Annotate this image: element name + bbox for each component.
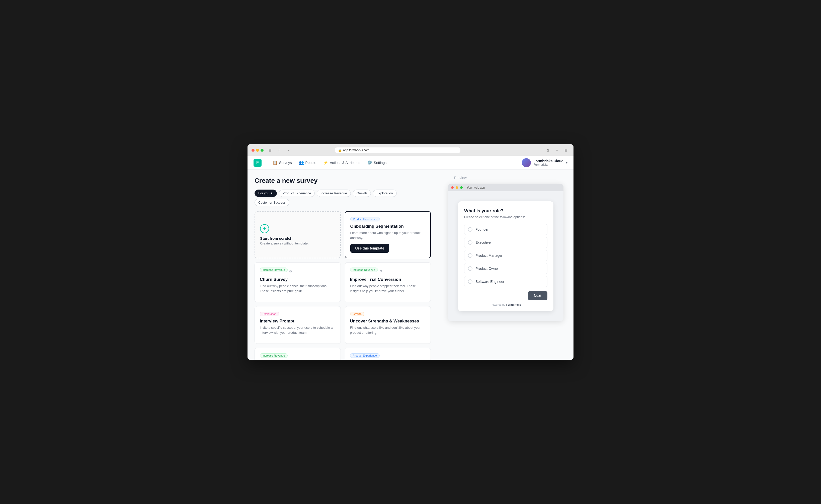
option-product-manager[interactable]: Product Manager	[464, 250, 547, 261]
actions-icon: ⚡	[323, 160, 328, 165]
surveys-icon: 📋	[273, 160, 278, 165]
browser-window: ⊞ ‹ › 🔒 app.formbricks.com ⎙ + ⊟ F 📋 Sur…	[248, 144, 573, 360]
radio-founder	[468, 227, 472, 232]
preview-label: Preview	[454, 176, 467, 180]
trial-desc: Find out why people stopped their trial.…	[350, 284, 426, 293]
browser-chrome: ⊞ ‹ › 🔒 app.formbricks.com ⎙ + ⊟	[248, 144, 573, 156]
back-button[interactable]: ‹	[276, 147, 283, 154]
settings-icon: ⚙️	[367, 160, 372, 165]
powered-by-text: Powered by	[490, 303, 506, 306]
churn-title: Churn Survey	[260, 277, 336, 282]
extensions-button[interactable]: ⊟	[562, 147, 569, 154]
traffic-lights	[252, 149, 264, 152]
lock-icon: 🔒	[338, 149, 342, 152]
trial-card[interactable]: Increase Revenue ⚙ Improve Trial Convers…	[345, 262, 431, 302]
user-info: Formbricks Cloud Formbricks	[533, 159, 563, 166]
trial-filter-icon: ⚙	[379, 269, 382, 273]
filter-tab-product-experience[interactable]: Product Experience	[279, 190, 315, 197]
logo-letter: F	[256, 160, 259, 165]
preview-app-name: Your web app	[467, 186, 485, 189]
next-button[interactable]: Next	[528, 291, 547, 300]
option-label-product-manager: Product Manager	[475, 254, 502, 258]
powered-by-brand: Formbricks	[506, 303, 521, 306]
sidebar-toggle-button[interactable]: ⊞	[267, 147, 274, 154]
people-icon: 👥	[299, 160, 304, 165]
strengths-tag: Growth	[350, 312, 364, 316]
filter-tab-customer-success[interactable]: Customer Success	[255, 199, 289, 206]
trial-tag-row: Increase Revenue ⚙	[350, 268, 426, 275]
address-bar[interactable]: 🔒 app.formbricks.com	[335, 147, 460, 153]
preview-traffic-yellow	[456, 186, 458, 189]
start-from-scratch-card[interactable]: + Start from scratch Create a survey wit…	[255, 211, 341, 258]
app-navbar: F 📋 Surveys 👥 People ⚡ Actions & Attribu…	[248, 156, 573, 170]
use-template-button[interactable]: Use this template	[350, 244, 389, 253]
preview-titlebar: Your web app	[448, 184, 563, 191]
filter-tab-increase-revenue[interactable]: Increase Revenue	[317, 190, 351, 197]
nav-items: 📋 Surveys 👥 People ⚡ Actions & Attribute…	[270, 159, 389, 166]
preview-traffic-red	[451, 186, 454, 189]
goals-tag: Product Experience	[350, 353, 380, 358]
new-tab-button[interactable]: +	[553, 147, 560, 154]
preview-browser: Your web app What is your role? Please s…	[448, 184, 563, 321]
nav-right: Formbricks Cloud Formbricks ▾	[522, 158, 567, 167]
browser-actions: ⎙ + ⊟	[544, 147, 569, 154]
churn-card[interactable]: Increase Revenue ⚙ Churn Survey Find out…	[255, 262, 341, 302]
widget-subtitle: Please select one of the following optio…	[464, 215, 547, 219]
onboarding-desc: Learn more about who signed up to your p…	[350, 230, 426, 240]
radio-product-manager	[468, 253, 472, 258]
radio-product-owner	[468, 266, 472, 271]
scratch-title: Start from scratch	[260, 236, 292, 240]
trial-tag: Increase Revenue	[350, 268, 378, 272]
nav-actions[interactable]: ⚡ Actions & Attributes	[320, 159, 363, 166]
survey-grid: + Start from scratch Create a survey wit…	[255, 211, 431, 360]
filter-tab-growth[interactable]: Growth	[353, 190, 371, 197]
nav-surveys[interactable]: 📋 Surveys	[270, 159, 295, 166]
traffic-light-yellow[interactable]	[256, 149, 259, 152]
interview-card[interactable]: Exploration Interview Prompt Invite a sp…	[255, 306, 341, 344]
option-founder[interactable]: Founder	[464, 224, 547, 235]
settings-label: Settings	[374, 161, 387, 165]
user-org: Formbricks	[533, 163, 563, 166]
filter-icon: ⚙	[289, 269, 292, 273]
right-panel: Preview Your web app What is your role? …	[438, 170, 573, 360]
widget-footer: Next	[464, 291, 547, 300]
strengths-title: Uncover Strengths & Weaknesses	[350, 319, 426, 324]
filter-tabs: For you ✦ Product Experience Increase Re…	[255, 190, 431, 206]
trial-title: Improve Trial Conversion	[350, 277, 426, 282]
filter-tab-exploration[interactable]: Exploration	[373, 190, 397, 197]
browser-titlebar: ⊞ ‹ › 🔒 app.formbricks.com ⎙ + ⊟	[252, 147, 569, 156]
widget-title: What is your role?	[464, 208, 547, 214]
preview-content: What is your role? Please select one of …	[448, 191, 563, 321]
main-area: Create a new survey For you ✦ Product Ex…	[248, 170, 573, 360]
forward-button[interactable]: ›	[285, 147, 292, 154]
radio-executive	[468, 240, 472, 245]
actions-label: Actions & Attributes	[330, 161, 360, 165]
option-product-owner[interactable]: Product Owner	[464, 263, 547, 274]
browser-controls: ⊞ ‹ ›	[267, 147, 292, 154]
onboarding-card[interactable]: Product Experience Onboarding Segmentati…	[345, 211, 431, 258]
survey-widget: What is your role? Please select one of …	[458, 201, 553, 311]
filter-tab-for-you[interactable]: For you ✦	[255, 190, 277, 197]
interview-title: Interview Prompt	[260, 319, 336, 324]
surveys-label: Surveys	[279, 161, 292, 165]
subscription-card[interactable]: Increase Revenue Changing subscription e…	[255, 348, 341, 360]
strengths-card[interactable]: Growth Uncover Strengths & Weaknesses Fi…	[345, 306, 431, 344]
traffic-light-red[interactable]	[252, 149, 255, 152]
subscription-tag: Increase Revenue	[260, 353, 288, 358]
option-executive[interactable]: Executive	[464, 237, 547, 248]
nav-settings[interactable]: ⚙️ Settings	[364, 159, 390, 166]
strengths-desc: Find out what users like and don't like …	[350, 325, 426, 335]
churn-tag-row: Increase Revenue ⚙	[260, 268, 336, 275]
chevron-down-icon[interactable]: ▾	[566, 161, 567, 164]
option-software-engineer[interactable]: Software Engineer	[464, 276, 547, 287]
people-label: People	[305, 161, 316, 165]
nav-people[interactable]: 👥 People	[296, 159, 319, 166]
onboarding-title: Onboarding Segmentation	[350, 224, 426, 229]
user-avatar	[522, 158, 531, 167]
traffic-light-green[interactable]	[261, 149, 264, 152]
scratch-desc: Create a survey without template.	[260, 241, 309, 245]
goals-card[interactable]: Product Experience Identify Customer Goa…	[345, 348, 431, 360]
share-button[interactable]: ⎙	[544, 147, 551, 154]
interview-tag: Exploration	[260, 312, 279, 316]
interview-desc: Invite a specific subset of your users t…	[260, 325, 336, 335]
